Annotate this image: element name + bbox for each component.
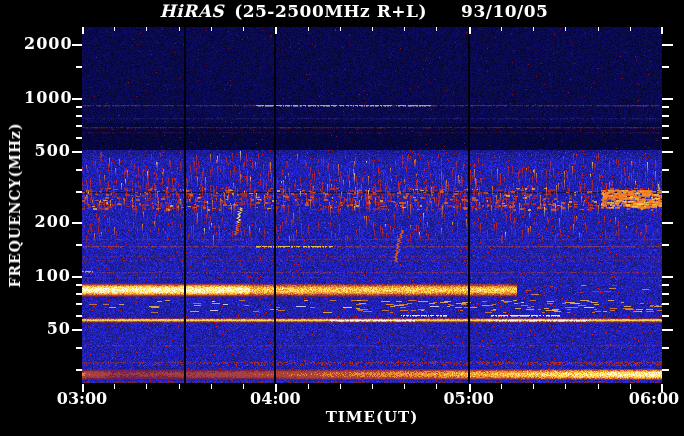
y-axis-label: FREQUENCY(MHz) [7, 122, 23, 287]
y-tick-label: 100 [24, 266, 71, 286]
plot-title: HiRAS (25-2500MHz R+L) 93/10/05 [64, 1, 644, 21]
y-tick-label: 200 [24, 212, 71, 232]
instrument-name: HiRAS [160, 1, 225, 21]
observation-date: 93/10/05 [461, 1, 548, 21]
hiras-dynamic-spectrum-plot: HiRAS (25-2500MHz R+L) 93/10/05 FREQUENC… [0, 0, 684, 436]
y-tick-label: 2000 [24, 34, 71, 54]
frequency-range-label: (25-2500MHz R+L) [234, 1, 427, 21]
x-axis-label: TIME(UT) [82, 408, 662, 426]
y-tick-label: 50 [24, 319, 71, 339]
x-tick-label: 04:00 [247, 389, 303, 408]
spectrogram-canvas [0, 0, 684, 436]
x-tick-label: 05:00 [441, 389, 497, 408]
x-tick-label: 03:00 [54, 389, 110, 408]
x-tick-label: 06:00 [626, 389, 682, 408]
y-tick-label: 500 [24, 141, 71, 161]
y-tick-label: 1000 [24, 88, 71, 108]
